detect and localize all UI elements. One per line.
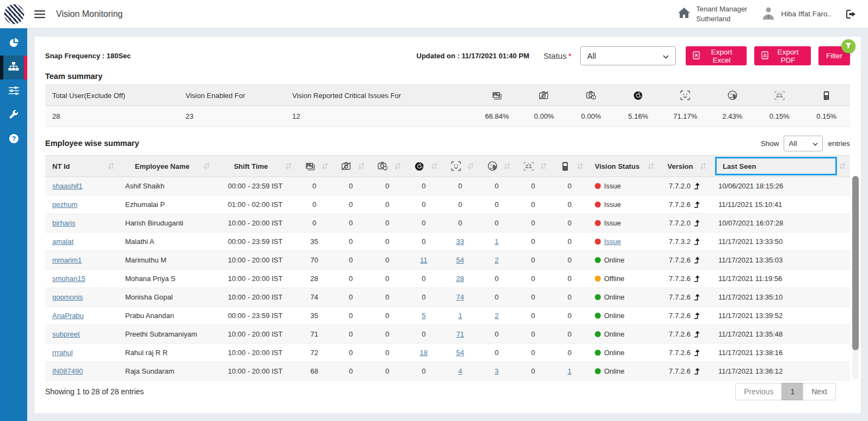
column-header-crowd-icon[interactable]: [515, 156, 551, 177]
export-excel-button[interactable]: Export Excel: [686, 46, 747, 65]
tenant-selector[interactable]: Tenant Manager Sutherland: [678, 4, 747, 23]
metric-link[interactable]: 18: [420, 349, 427, 357]
metric-cell: 0: [551, 251, 588, 270]
sort-icon[interactable]: [358, 163, 365, 169]
table-scrollbar[interactable]: [852, 176, 859, 380]
nt-id-link[interactable]: subpreet: [52, 330, 80, 338]
column-header-mobile-phone-icon[interactable]: [551, 156, 588, 177]
nt-id-link[interactable]: IN087490: [52, 367, 83, 375]
sort-icon[interactable]: [504, 163, 510, 169]
metric-cell: 0: [515, 214, 551, 233]
metric-cell: 0: [442, 177, 478, 196]
column-header-shift-time[interactable]: Shift Time: [214, 156, 296, 177]
status-label: Online: [604, 312, 625, 320]
nt-id-link[interactable]: rrrahul: [52, 349, 73, 357]
metric-cell: 0: [442, 196, 478, 214]
metric-cell: 0: [405, 233, 442, 251]
show-entries-dropdown[interactable]: All: [784, 136, 823, 151]
metric-cell: 0: [369, 196, 405, 214]
sidebar-item-tools[interactable]: [0, 103, 27, 127]
sidebar-item-preferences[interactable]: [0, 80, 27, 103]
metric-link[interactable]: 4: [458, 367, 462, 375]
metric-link[interactable]: 3: [495, 367, 498, 375]
page-title: Vision Monitoring: [56, 9, 122, 19]
metric-cell: 0: [369, 288, 405, 307]
metric-link[interactable]: 1: [458, 312, 462, 320]
sort-icon[interactable]: [108, 163, 114, 169]
team-summary-value: 28: [45, 106, 178, 127]
camera-warning-icon: [373, 162, 392, 170]
nt-id-link[interactable]: shaashif1: [52, 182, 83, 190]
nt-id-link[interactable]: birharis: [52, 219, 76, 227]
column-header-face-covered-icon[interactable]: [478, 156, 515, 177]
metric-cell: 54: [442, 344, 478, 362]
column-header-camera-off-icon[interactable]: [333, 156, 369, 177]
column-header-camera-warning-icon[interactable]: [369, 156, 405, 177]
sort-icon[interactable]: [431, 163, 438, 169]
previous-page-button[interactable]: Previous: [735, 383, 782, 400]
last-seen-cell: 11/17/2021 13:35:03: [711, 251, 850, 270]
nt-id-link[interactable]: gopmonis: [52, 293, 83, 301]
column-header-employee-name[interactable]: Employee Name: [119, 156, 214, 177]
metric-link[interactable]: 71: [456, 330, 464, 338]
user-menu[interactable]: Hiba Iffat Faro..: [761, 6, 832, 22]
metric-link[interactable]: 54: [456, 256, 464, 264]
sort-icon[interactable]: [395, 163, 401, 169]
nt-id-link[interactable]: AnaPrabu: [52, 312, 84, 320]
metric-cell: 0: [551, 196, 588, 214]
nt-id-link[interactable]: amalat: [52, 237, 73, 246]
column-header-vision-status[interactable]: Vision Status: [588, 156, 658, 177]
column-header-camera-lens-icon[interactable]: [405, 156, 442, 177]
column-header-nt-id[interactable]: NT Id: [45, 156, 119, 177]
version-number: 7.7.2.6: [669, 312, 691, 320]
nt-id-link[interactable]: smohan15: [52, 274, 85, 283]
sort-icon[interactable]: [648, 163, 654, 169]
sort-icon[interactable]: [700, 163, 706, 169]
sort-icon[interactable]: [540, 163, 547, 169]
sort-icon[interactable]: [577, 163, 583, 169]
filter-badge[interactable]: [841, 39, 855, 53]
metric-cell: 0: [369, 177, 405, 196]
version-upgrade-icon: [693, 312, 700, 319]
metric-link[interactable]: 28: [456, 274, 464, 283]
nt-id-link[interactable]: mmarim1: [52, 256, 82, 264]
nt-id-cell: subpreet: [45, 325, 119, 344]
status-label[interactable]: Issue: [604, 237, 621, 246]
nt-id-link[interactable]: pezhum: [52, 200, 77, 209]
metric-link[interactable]: 2: [495, 256, 498, 264]
metric-link[interactable]: 54: [456, 349, 464, 357]
vision-status-cell: Issue: [588, 177, 658, 196]
export-pdf-button[interactable]: Export PDF: [754, 46, 811, 65]
hamburger-menu-icon[interactable]: [34, 10, 45, 19]
column-header-image-icon[interactable]: [296, 156, 333, 177]
column-header-face-scan-icon[interactable]: [442, 156, 478, 177]
current-page-button[interactable]: 1: [781, 383, 803, 400]
metric-link[interactable]: 1: [495, 237, 498, 246]
column-header-version[interactable]: Version: [658, 156, 711, 177]
sidebar-item-help[interactable]: ?: [0, 127, 27, 151]
metric-link[interactable]: 5: [422, 312, 426, 320]
metric-link[interactable]: 33: [456, 237, 464, 246]
logout-icon[interactable]: [846, 9, 856, 19]
team-summary-percentage: 2.43%: [709, 106, 756, 127]
shift-time-cell: 10:00 - 20:00 IST: [214, 251, 296, 270]
metric-link[interactable]: 1: [568, 367, 571, 375]
sidebar-item-dashboard[interactable]: [0, 32, 27, 56]
metric-link[interactable]: 74: [456, 293, 464, 301]
sort-icon[interactable]: [285, 163, 292, 169]
sort-icon[interactable]: [322, 163, 328, 169]
showing-entries-text: Showing 1 to 28 of 28 entries: [45, 387, 144, 396]
sidebar-item-team-monitoring[interactable]: [0, 56, 27, 80]
scrollbar-thumb[interactable]: [852, 176, 859, 350]
snap-frequency-label: Snap Frequency : 180Sec: [45, 52, 131, 60]
status-dropdown[interactable]: All: [580, 46, 676, 65]
metric-link[interactable]: 2: [495, 312, 498, 320]
sort-icon[interactable]: [204, 163, 210, 169]
column-header-last-seen[interactable]: Last Seen: [711, 156, 850, 177]
next-page-button[interactable]: Next: [803, 383, 836, 400]
metric-link[interactable]: 11: [420, 256, 428, 264]
sort-icon[interactable]: [839, 163, 846, 169]
status-dot: [595, 331, 601, 337]
version-cell: 7.7.3.2: [658, 233, 711, 251]
sort-icon[interactable]: [467, 163, 474, 169]
